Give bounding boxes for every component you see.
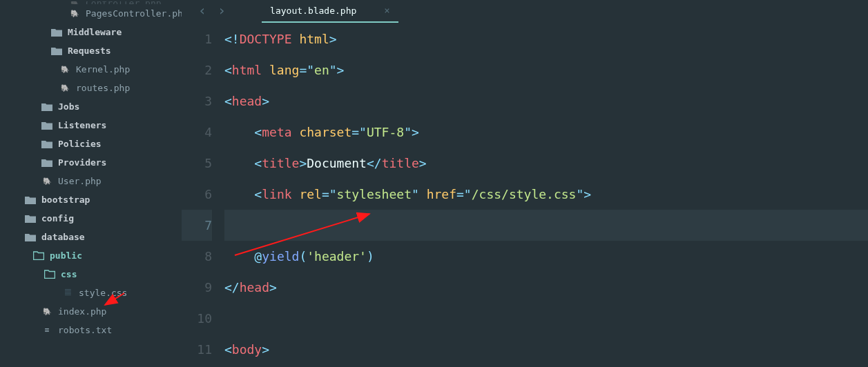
tree-file[interactable]: 🐘Controller.php <box>0 1 182 4</box>
php-icon: 🐘 <box>69 9 80 19</box>
code-line[interactable]: </head> <box>224 272 868 303</box>
editor-top-bar: ‹ › layout.blade.php × <box>182 0 868 21</box>
tree-item-label: css <box>61 269 77 279</box>
tree-item-label: Listeners <box>58 120 106 130</box>
tree-folder[interactable]: Requests <box>0 41 182 60</box>
tree-folder[interactable]: css <box>0 265 182 284</box>
line-number: 11 <box>182 334 212 365</box>
tree-file[interactable]: 🐘routes.php <box>0 79 182 97</box>
file-icon: ≡ <box>41 326 52 335</box>
code-line[interactable]: <link rel="stylesheet" href="/css/style.… <box>224 179 868 210</box>
tree-item-label: bootstrap <box>41 195 90 205</box>
folder-icon <box>41 139 52 149</box>
nav-back-icon[interactable]: ‹ <box>198 2 206 19</box>
tree-folder[interactable]: public <box>0 246 182 265</box>
tree-folder[interactable]: Policies <box>0 135 182 153</box>
tree-item-label: Requests <box>68 46 111 56</box>
code-line[interactable]: @yield('header') <box>224 241 868 272</box>
code-line[interactable]: <html lang="en"> <box>224 54 868 86</box>
tree-folder[interactable]: Listeners <box>0 116 182 135</box>
tree-item-label: database <box>41 232 85 242</box>
line-number: 9 <box>182 272 212 303</box>
code-line[interactable]: <title>Document</title> <box>224 148 868 179</box>
tree-item-label: Controller.php <box>86 1 162 4</box>
folder-open-icon <box>44 270 55 279</box>
line-number: 5 <box>182 148 212 179</box>
nav-forward-icon[interactable]: › <box>218 2 226 19</box>
tree-item-label: config <box>41 213 74 224</box>
tree-file[interactable]: ≡robots.txt <box>0 321 182 339</box>
tree-item-label: Policies <box>58 139 102 149</box>
php-icon: 🐘 <box>41 307 52 317</box>
code-line[interactable]: <meta charset="UTF-8"> <box>224 117 868 148</box>
php-icon: 🐘 <box>59 65 70 75</box>
php-icon: 🐘 <box>41 177 52 186</box>
tree-item-label: routes.php <box>76 83 130 93</box>
line-number: 2 <box>182 54 212 86</box>
css-icon: 𝄚 <box>62 288 73 298</box>
line-number: 1 <box>182 23 212 54</box>
tree-folder[interactable]: database <box>0 228 182 246</box>
tree-item-label: style.css <box>79 288 127 298</box>
tree-item-label: robots.txt <box>58 325 112 335</box>
tree-file[interactable]: 🐘PagesController.php <box>0 4 182 23</box>
file-tree-sidebar: 🐘Controller.php🐘PagesController.phpMiddl… <box>0 0 182 367</box>
line-number-gutter: 1234567891011 <box>182 23 224 367</box>
tree-item-label: User.php <box>58 176 102 186</box>
tree-folder[interactable]: Providers <box>0 153 182 172</box>
folder-icon <box>41 121 52 130</box>
tree-file[interactable]: 𝄚style.css <box>0 284 182 302</box>
tree-folder[interactable]: Middleware <box>0 23 182 41</box>
tree-item-label: Jobs <box>58 101 79 112</box>
folder-icon <box>51 46 62 56</box>
code-line[interactable]: <head> <box>224 86 868 117</box>
tree-item-label: PagesController.php <box>86 8 182 19</box>
close-icon[interactable]: × <box>384 5 389 16</box>
line-number: 3 <box>182 86 212 117</box>
code-editor[interactable]: 1234567891011 <!DOCTYPE html><html lang=… <box>182 21 868 367</box>
folder-icon <box>25 214 36 224</box>
tree-folder[interactable]: Jobs <box>0 97 182 116</box>
tree-item-label: index.php <box>58 306 106 317</box>
folder-icon <box>51 28 62 37</box>
tree-item-label: Providers <box>58 157 106 168</box>
folder-icon <box>25 195 36 205</box>
line-number: 4 <box>182 117 212 148</box>
line-number: 10 <box>182 303 212 334</box>
tree-folder[interactable]: bootstrap <box>0 190 182 209</box>
code-content[interactable]: <!DOCTYPE html><html lang="en"><head> <m… <box>224 23 868 367</box>
tree-file[interactable]: 🐘Kernel.php <box>0 60 182 79</box>
code-line[interactable]: <body> <box>224 334 868 365</box>
tab-title: layout.blade.php <box>270 6 356 16</box>
line-number: 7 <box>182 210 212 241</box>
php-icon: 🐘 <box>59 83 70 93</box>
folder-open-icon <box>33 251 44 261</box>
folder-icon <box>25 232 36 242</box>
tree-item-label: public <box>50 250 82 261</box>
tree-item-label: Middleware <box>68 27 122 37</box>
folder-icon <box>41 158 52 168</box>
folder-icon <box>41 102 52 112</box>
line-number: 6 <box>182 179 212 210</box>
line-number: 8 <box>182 241 212 272</box>
code-line[interactable] <box>224 303 868 334</box>
tab-active-indicator <box>262 21 398 23</box>
tree-file[interactable]: 🐘index.php <box>0 302 182 321</box>
editor-tab[interactable]: layout.blade.php × <box>267 1 393 20</box>
code-line[interactable] <box>224 210 868 241</box>
tree-folder[interactable]: config <box>0 209 182 228</box>
code-line[interactable]: <!DOCTYPE html> <box>224 23 868 54</box>
tree-item-label: Kernel.php <box>76 64 130 75</box>
tree-file[interactable]: 🐘User.php <box>0 172 182 190</box>
php-icon: 🐘 <box>69 1 80 4</box>
editor-area: ‹ › layout.blade.php × 1234567891011 <!D… <box>182 0 868 367</box>
